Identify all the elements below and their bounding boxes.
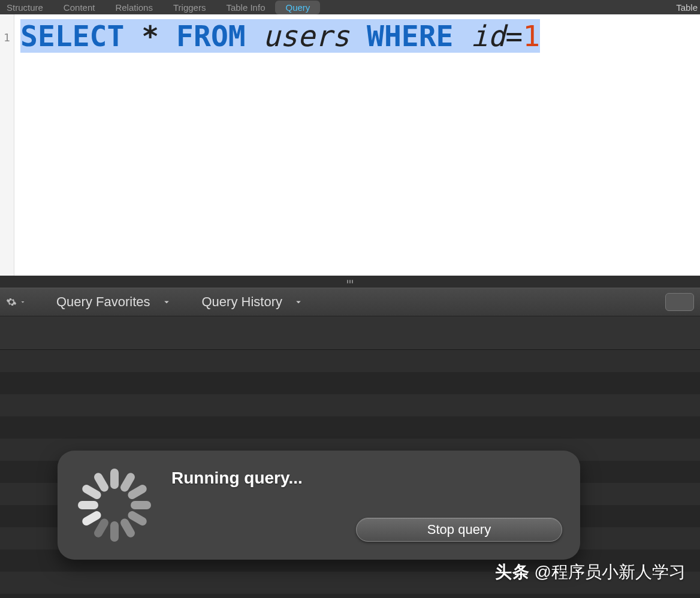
tab-structure[interactable]: Structure xyxy=(0,0,53,15)
tok-table: users xyxy=(263,19,350,53)
query-history-dropdown[interactable]: Query History xyxy=(202,294,304,310)
chevron-down-icon xyxy=(19,298,26,306)
tok-eq: = xyxy=(505,19,523,53)
horizontal-divider[interactable] xyxy=(0,276,700,288)
top-tab-bar: Structure Content Relations Triggers Tab… xyxy=(0,0,700,14)
tok-col: id xyxy=(470,19,505,53)
sql-editor[interactable]: SELECT * FROM users WHERE id=1 xyxy=(14,14,700,276)
tab-triggers[interactable]: Triggers xyxy=(163,0,216,15)
query-history-label: Query History xyxy=(202,294,282,310)
results-header xyxy=(0,316,700,350)
grip-icon xyxy=(346,280,354,283)
line-number: 1 xyxy=(0,31,14,44)
table-row xyxy=(0,350,700,372)
tok-val: 1 xyxy=(523,19,540,53)
right-label-table: Table xyxy=(674,0,700,15)
chevron-down-icon xyxy=(293,297,304,307)
watermark-brand: 头条 xyxy=(495,561,530,584)
kw-where: WHERE xyxy=(367,19,454,53)
kw-from: FROM xyxy=(176,19,246,53)
table-row xyxy=(0,394,700,416)
tab-query[interactable]: Query xyxy=(275,1,320,14)
tab-table-info[interactable]: Table Info xyxy=(216,0,275,15)
gear-icon xyxy=(6,297,17,307)
gear-menu[interactable] xyxy=(6,297,26,307)
toolbar-right-button[interactable] xyxy=(665,293,694,311)
tab-content[interactable]: Content xyxy=(53,0,105,15)
tok-star: * xyxy=(141,19,159,53)
running-query-title: Running query... xyxy=(171,469,562,488)
table-row xyxy=(0,416,700,439)
query-favorites-dropdown[interactable]: Query Favorites xyxy=(56,294,172,310)
stop-query-button[interactable]: Stop query xyxy=(356,518,562,542)
query-toolbar: Query Favorites Query History xyxy=(0,288,700,316)
watermark: 头条 @程序员小新人学习 xyxy=(495,561,686,584)
sql-editor-area: 1 SELECT * FROM users WHERE id=1 xyxy=(0,14,700,276)
query-favorites-label: Query Favorites xyxy=(56,294,150,310)
tab-relations[interactable]: Relations xyxy=(105,0,163,15)
table-row xyxy=(0,594,700,598)
line-gutter: 1 xyxy=(0,14,14,276)
table-row xyxy=(0,372,700,394)
kw-select: SELECT xyxy=(20,19,124,53)
watermark-handle: @程序员小新人学习 xyxy=(535,561,686,584)
running-query-dialog: Running query... Stop query xyxy=(58,451,580,560)
chevron-down-icon xyxy=(161,297,172,307)
spinner-icon xyxy=(76,466,153,544)
